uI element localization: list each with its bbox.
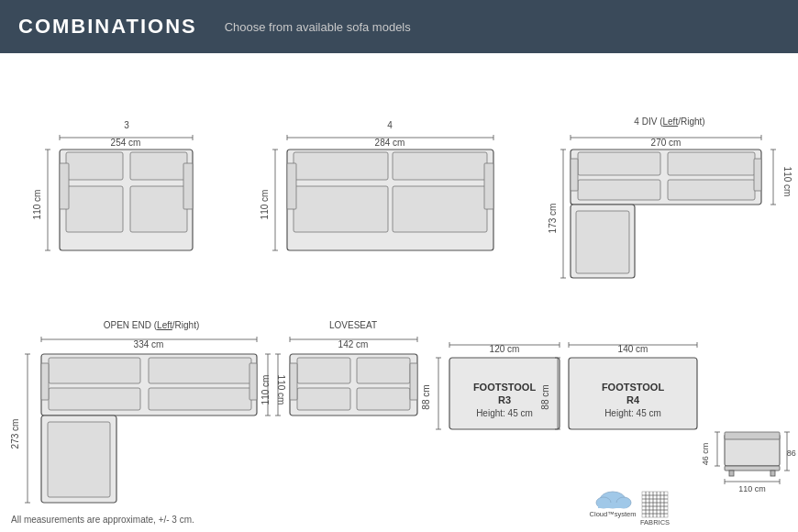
page-subtitle: Choose from available sofa models: [225, 20, 411, 34]
footstool-r4-depth: 88 cm: [540, 384, 550, 409]
svg-rect-24: [287, 163, 296, 209]
page-title: COMBINATIONS: [18, 15, 197, 39]
footstool-r4-label: FOOTSTOOL: [602, 382, 665, 393]
cloud-system-label: Cloud™system: [590, 510, 637, 518]
svg-rect-10: [130, 186, 187, 232]
footer-note: All measurements are approximate, +/- 3 …: [11, 515, 194, 525]
svg-rect-37: [668, 152, 755, 175]
svg-text:86 cm: 86 cm: [787, 449, 798, 458]
svg-rect-91: [725, 466, 780, 471]
svg-rect-56: [49, 388, 140, 410]
svg-rect-93: [729, 471, 734, 476]
footstool-r3-label: FOOTSTOOL: [473, 382, 537, 393]
svg-rect-7: [66, 152, 123, 180]
svg-rect-23: [393, 186, 487, 232]
svg-rect-61: [249, 363, 257, 400]
svg-rect-60: [41, 363, 49, 400]
svg-rect-90: [725, 432, 780, 439]
svg-rect-36: [578, 152, 660, 175]
svg-rect-74: [410, 363, 417, 400]
openend-width: 334 cm: [134, 339, 164, 349]
svg-rect-38: [578, 180, 660, 200]
sofa4div-label: 4 DIV (Left/Right): [634, 116, 704, 127]
svg-rect-11: [60, 163, 69, 209]
footstool-r3-depth: 88 cm: [421, 384, 431, 409]
sofa4div-depth-main: 110 cm: [782, 167, 792, 197]
svg-rect-88: [569, 358, 697, 429]
footstool-r3-width: 120 cm: [490, 344, 520, 354]
svg-rect-109: [598, 503, 627, 508]
sofa3-depth: 110 cm: [32, 190, 42, 220]
footstool-r4-width: 140 cm: [618, 344, 648, 354]
sofa4-label: 4: [387, 120, 393, 130]
svg-rect-25: [484, 163, 493, 209]
svg-rect-20: [294, 152, 388, 180]
loveseat-label: LOVESEAT: [329, 320, 377, 330]
diagrams-svg: text { font-family: Arial, sans-serif; }…: [0, 53, 798, 532]
svg-rect-12: [183, 163, 193, 209]
svg-rect-39: [668, 180, 755, 200]
svg-rect-8: [130, 152, 187, 180]
svg-rect-59: [48, 422, 110, 497]
sofa4-width: 284 cm: [375, 138, 405, 148]
svg-text:46 cm: 46 cm: [701, 443, 710, 466]
main-content: text { font-family: Arial, sans-serif; }…: [0, 53, 798, 532]
svg-rect-70: [357, 358, 410, 383]
svg-rect-55: [149, 358, 251, 383]
svg-rect-92: [770, 471, 775, 476]
openend-depth-side: 273 cm: [10, 419, 20, 449]
svg-rect-42: [571, 159, 578, 191]
fabrics-label: FABRICS: [640, 518, 670, 526]
svg-rect-21: [393, 152, 487, 180]
footstool-r4-name: R4: [626, 394, 640, 405]
svg-rect-43: [754, 159, 761, 191]
svg-rect-41: [576, 211, 629, 273]
loveseat-width: 142 cm: [338, 339, 369, 349]
sofa4div-width: 270 cm: [651, 138, 682, 148]
footstool-r3-name: R3: [498, 394, 511, 405]
svg-rect-9: [66, 186, 123, 232]
svg-rect-69: [297, 358, 350, 383]
page-header: COMBINATIONS Choose from available sofa …: [0, 0, 798, 53]
openend-label: OPEN END (Left/Right): [104, 320, 199, 330]
sofa3-label: 3: [124, 120, 129, 130]
svg-text:110 cm: 110 cm: [738, 484, 766, 493]
svg-rect-71: [297, 388, 350, 410]
svg-rect-22: [294, 186, 388, 232]
svg-rect-72: [357, 388, 410, 410]
footstool-r4-height: Height: 45 cm: [604, 408, 661, 418]
svg-rect-54: [49, 358, 140, 383]
sofa4-depth: 110 cm: [260, 190, 270, 220]
svg-rect-73: [290, 363, 297, 400]
sofa4div-depth-side: 173 cm: [548, 204, 558, 234]
svg-rect-57: [149, 388, 251, 410]
sofa3-width: 254 cm: [111, 138, 141, 148]
loveseat-depth: 110 cm: [260, 375, 271, 405]
footstool-r3-height: Height: 45 cm: [476, 408, 533, 418]
